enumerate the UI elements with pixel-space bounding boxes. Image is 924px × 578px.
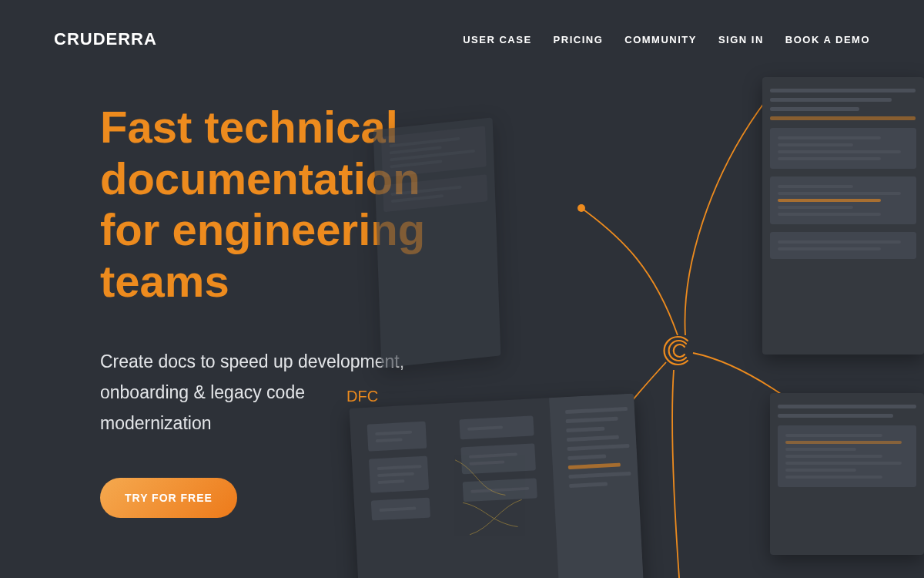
hero-subtitle: Create docs to speed up development, onb… xyxy=(100,346,408,439)
svg-point-1 xyxy=(771,158,778,166)
header: CRUDERRA USER CASE PRICING COMMUNITY SIG… xyxy=(0,0,924,79)
nav-sign-in[interactable]: SIGN IN xyxy=(718,34,764,45)
brand-logo[interactable]: CRUDERRA xyxy=(54,29,157,49)
nav-book-demo[interactable]: BOOK A DEMO xyxy=(785,34,870,45)
svg-point-0 xyxy=(578,204,585,212)
illustration-panel-b xyxy=(762,77,924,355)
hero-illustration: DFC xyxy=(400,69,924,578)
cruderra-c-icon xyxy=(658,331,697,370)
try-free-button[interactable]: TRY FOR FREE xyxy=(100,478,237,518)
illustration-panel-d xyxy=(770,393,924,555)
hero-title: Fast technical documentation for enginee… xyxy=(100,102,462,307)
nav-pricing[interactable]: PRICING xyxy=(554,34,604,45)
nav-community[interactable]: COMMUNITY xyxy=(624,34,697,45)
main-nav: USER CASE PRICING COMMUNITY SIGN IN BOOK… xyxy=(463,34,870,45)
connector-curves xyxy=(400,69,924,578)
nav-user-case[interactable]: USER CASE xyxy=(463,34,531,45)
hero-section: Fast technical documentation for enginee… xyxy=(0,79,462,518)
